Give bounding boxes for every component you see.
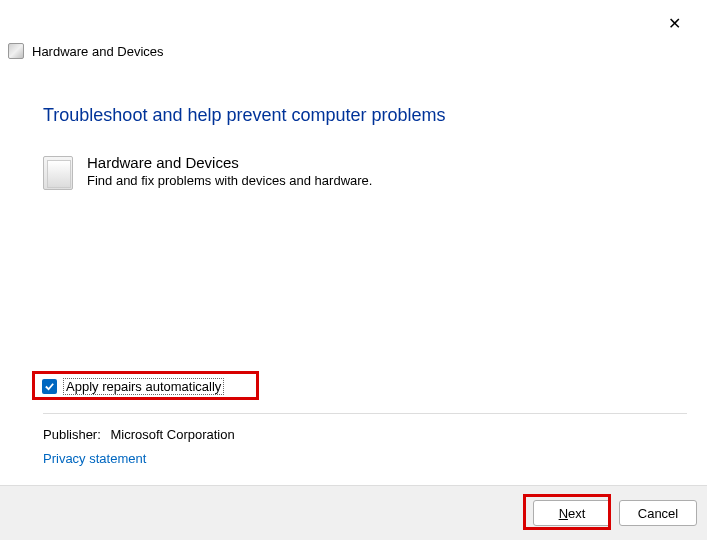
- privacy-statement-link[interactable]: Privacy statement: [43, 451, 146, 466]
- footer: Next Cancel: [0, 485, 707, 540]
- section-description: Find and fix problems with devices and h…: [87, 173, 372, 188]
- publisher-label: Publisher:: [43, 427, 101, 442]
- checkmark-icon: [44, 381, 55, 392]
- content-area: Troubleshoot and help prevent computer p…: [43, 105, 687, 210]
- page-heading: Troubleshoot and help prevent computer p…: [43, 105, 687, 126]
- troubleshooter-section: Hardware and Devices Find and fix proble…: [43, 154, 687, 190]
- publisher-value: Microsoft Corporation: [110, 427, 234, 442]
- publisher-info: Publisher: Microsoft Corporation: [43, 427, 235, 442]
- apply-repairs-checkbox-row[interactable]: Apply repairs automatically: [36, 375, 230, 398]
- section-title: Hardware and Devices: [87, 154, 372, 171]
- apply-repairs-checkbox[interactable]: [42, 379, 57, 394]
- apply-repairs-label: Apply repairs automatically: [63, 378, 224, 395]
- next-button[interactable]: Next: [533, 500, 611, 526]
- device-icon: [43, 156, 73, 190]
- titlebar: Hardware and Devices: [8, 43, 164, 59]
- divider: [43, 413, 687, 414]
- cancel-button[interactable]: Cancel: [619, 500, 697, 526]
- window-title: Hardware and Devices: [32, 44, 164, 59]
- hardware-devices-icon: [8, 43, 24, 59]
- close-icon[interactable]: ✕: [660, 10, 689, 37]
